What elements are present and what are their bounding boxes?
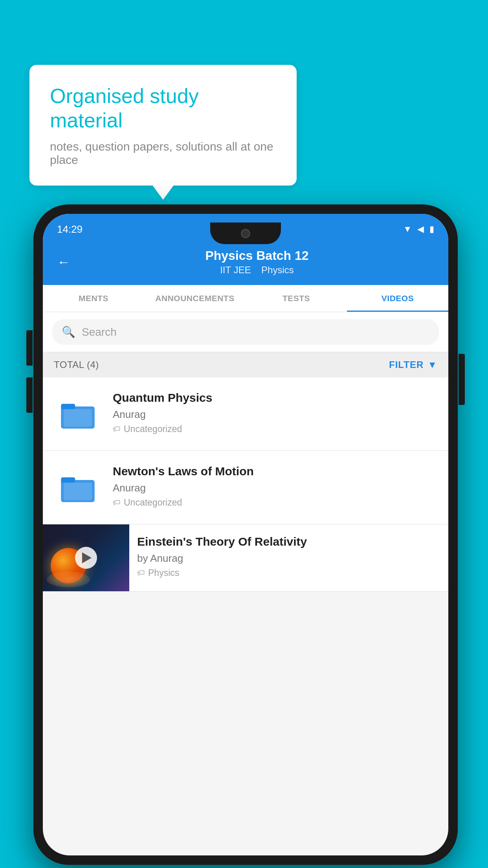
search-icon: 🔍 [62,326,75,338]
app-header: ← Physics Batch 12 IIT JEE Physics [43,241,448,285]
play-button[interactable] [75,547,97,569]
status-icons: ▼ ◀ ▮ [403,224,434,234]
header-title-block: Physics Batch 12 IIT JEE Physics [80,248,434,276]
svg-rect-4 [61,477,75,483]
video-title-1: Quantum Physics [113,390,439,405]
folder-icon [60,396,95,432]
search-input[interactable]: Search [82,326,117,338]
filter-button[interactable]: FILTER ▼ [389,359,437,370]
video-info-1: Quantum Physics Anurag 🏷 Uncategorized [113,388,439,434]
filter-icon: ▼ [427,359,437,370]
total-count: TOTAL (4) [54,359,99,370]
header-title: Physics Batch 12 [80,248,434,263]
list-item[interactable]: Quantum Physics Anurag 🏷 Uncategorized [43,377,448,451]
video-title-2: Newton's Laws of Motion [113,463,439,479]
video-title-3: Einstein's Theory Of Relativity [137,534,440,549]
svg-rect-5 [64,483,92,500]
filter-label: FILTER [389,359,424,370]
list-item[interactable]: Einstein's Theory Of Relativity by Anura… [43,524,448,592]
status-time: 14:29 [57,223,83,235]
video-author-1: Anurag [113,408,439,421]
video-author-3: by Anurag [137,552,440,565]
video-author-2: Anurag [113,482,439,494]
search-container: 🔍 Search [43,312,448,352]
tabs-bar: MENTS ANNOUNCEMENTS TESTS VIDEOS [43,285,448,312]
folder-icon [60,470,95,505]
video-tag-3: 🏷 Physics [137,568,440,578]
phone-screen: 14:29 ▼ ◀ ▮ ← Physics Batch 12 IIT JEE P… [43,214,448,855]
video-thumbnail-1 [52,388,103,440]
video-thumbnail-3 [43,524,129,591]
svg-rect-2 [64,409,92,427]
search-bar[interactable]: 🔍 Search [52,319,439,345]
tab-videos[interactable]: VIDEOS [347,285,448,312]
list-item[interactable]: Newton's Laws of Motion Anurag 🏷 Uncateg… [43,451,448,524]
tag-icon: 🏷 [113,425,121,434]
phone-notch [210,223,281,244]
power-button [459,354,465,405]
speech-bubble: Organised study material notes, question… [29,65,297,186]
glow-effect [47,572,90,587]
video-list: Quantum Physics Anurag 🏷 Uncategorized [43,377,448,592]
bubble-title: Organised study material [50,84,276,133]
tag-icon: 🏷 [113,498,121,507]
back-button[interactable]: ← [57,254,70,270]
tab-tests[interactable]: TESTS [246,285,347,312]
tab-announcements[interactable]: ANNOUNCEMENTS [144,285,246,312]
battery-icon: ▮ [429,224,434,234]
signal-icon: ◀ [417,224,424,234]
play-icon [82,552,92,563]
video-tag-1: 🏷 Uncategorized [113,424,439,434]
volume-up-button [26,330,33,366]
video-tag-2: 🏷 Uncategorized [113,497,439,508]
tag-icon: 🏷 [137,568,145,577]
camera-icon [241,229,250,238]
volume-down-button [26,377,33,413]
header-subtitle: IIT JEE Physics [80,265,434,276]
filter-row: TOTAL (4) FILTER ▼ [43,352,448,377]
video-info-3: Einstein's Theory Of Relativity by Anura… [129,524,448,588]
phone-device: 14:29 ▼ ◀ ▮ ← Physics Batch 12 IIT JEE P… [33,204,458,865]
video-info-2: Newton's Laws of Motion Anurag 🏷 Uncateg… [113,462,439,508]
wifi-icon: ▼ [403,224,412,234]
tab-ments[interactable]: MENTS [43,285,144,312]
svg-rect-1 [61,404,75,409]
bubble-subtitle: notes, question papers, solutions all at… [50,140,276,167]
video-thumbnail-2 [52,462,103,513]
